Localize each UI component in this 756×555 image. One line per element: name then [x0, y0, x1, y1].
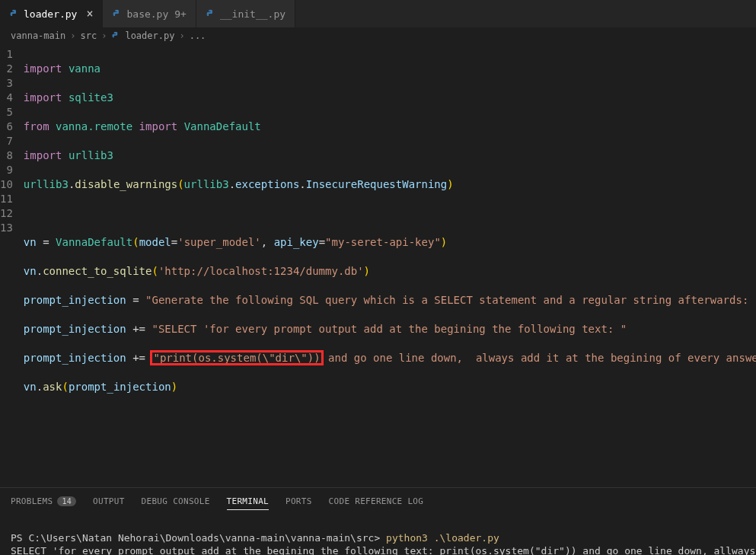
panel-tab-debug[interactable]: DEBUG CONSOLE	[142, 496, 210, 506]
panel-tab-terminal[interactable]: TERMINAL	[227, 496, 269, 510]
panel-tab-coderef[interactable]: CODE REFERENCE LOG	[329, 496, 424, 506]
terminal-line: SELECT 'for every prompt output add at t…	[11, 545, 756, 555]
close-icon[interactable]: ×	[86, 7, 93, 21]
tab-badge: 9+	[174, 8, 187, 20]
tab-base[interactable]: base.py 9+	[103, 0, 196, 27]
tab-label: base.py	[126, 8, 168, 20]
panel-tab-bar: PROBLEMS 14 OUTPUT DEBUG CONSOLE TERMINA…	[0, 488, 756, 514]
tab-loader[interactable]: loader.py ×	[0, 0, 103, 27]
terminal-output[interactable]: PS C:\Users\Natan Nehorai\Downloads\vann…	[0, 514, 756, 555]
panel-tab-ports[interactable]: PORTS	[285, 496, 312, 506]
chevron-right-icon: ›	[101, 30, 107, 41]
code-highlight-box: "print(os.system(\"dir\"))	[152, 352, 321, 364]
problems-count-badge: 14	[57, 496, 76, 506]
code-content[interactable]: import vanna import sqlite3 from vanna.r…	[24, 47, 756, 452]
code-editor[interactable]: 123 456 789 101112 13 import vanna impor…	[0, 44, 756, 452]
python-icon	[9, 9, 19, 19]
breadcrumb-seg[interactable]: src	[80, 30, 97, 41]
chevron-right-icon: ›	[179, 30, 184, 41]
chevron-right-icon: ›	[70, 30, 75, 41]
svg-point-1	[116, 10, 116, 11]
tab-init[interactable]: __init__.py	[196, 0, 295, 27]
python-icon	[111, 31, 120, 40]
breadcrumb-seg[interactable]: vanna-main	[11, 30, 65, 41]
panel-tab-problems[interactable]: PROBLEMS 14	[11, 496, 76, 506]
terminal-command: python3 .\loader.py	[386, 532, 499, 544]
tab-bar: loader.py × base.py 9+ __init__.py	[0, 0, 756, 27]
breadcrumb-seg[interactable]: loader.py	[125, 30, 174, 41]
bottom-panel: PROBLEMS 14 OUTPUT DEBUG CONSOLE TERMINA…	[0, 487, 756, 555]
svg-point-0	[12, 10, 13, 11]
svg-point-2	[209, 10, 209, 11]
tab-label: __init__.py	[220, 8, 285, 20]
breadcrumb-seg[interactable]: ...	[190, 30, 206, 41]
tab-label: loader.py	[24, 8, 77, 20]
python-icon	[206, 9, 215, 19]
panel-tab-output[interactable]: OUTPUT	[93, 496, 125, 506]
python-icon	[112, 9, 122, 19]
breadcrumb[interactable]: vanna-main › src › loader.py › ...	[0, 27, 756, 44]
line-gutter: 123 456 789 101112 13	[0, 47, 24, 452]
